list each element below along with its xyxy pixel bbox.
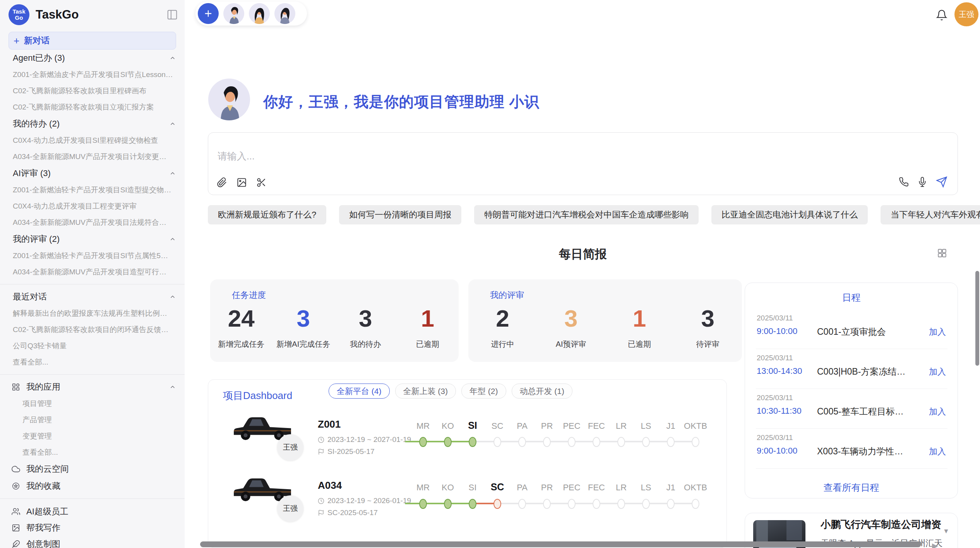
sidebar-item-help-write[interactable]: 帮我写作 xyxy=(12,520,176,536)
send-icon[interactable] xyxy=(936,176,947,188)
list-item[interactable]: Z001-全新燃油轻卡产品开发项目SI节点属性5D文件评审 xyxy=(0,248,185,264)
quill-pen-icon xyxy=(12,540,20,548)
join-link[interactable]: 加入 xyxy=(929,326,946,338)
horizontal-scrollbar[interactable] xyxy=(200,541,921,547)
milestone-dot[interactable] xyxy=(617,499,625,509)
milestone-dot-done[interactable] xyxy=(419,437,427,447)
list-item[interactable]: C0X4-动力总成开发项目工程变更评审 xyxy=(0,198,185,214)
list-item[interactable]: Z001-全新燃油轻卡产品开发项目SI造型提交物评审 xyxy=(0,182,185,198)
suggestion-chip[interactable]: 特朗普可能对进口汽车增税会对中国车企造成哪些影响 xyxy=(474,205,699,224)
section-recent-chats[interactable]: 最近对话 xyxy=(13,288,176,305)
microphone-icon[interactable] xyxy=(917,177,927,187)
join-link[interactable]: 加入 xyxy=(929,406,946,418)
vertical-scrollbar[interactable] xyxy=(975,271,979,366)
add-session-button[interactable] xyxy=(198,3,219,24)
tab-all-new-platform[interactable]: 全新平台 (4) xyxy=(329,384,390,399)
list-item[interactable]: Z001-全新燃油皮卡产品开发项目SI节点Lesson Learn报告 xyxy=(0,67,185,83)
suggestion-chip[interactable]: 当下年轻人对汽车外观有怎样的喜好趋势 xyxy=(881,205,980,224)
milestone-dot[interactable] xyxy=(692,499,699,509)
suggestion-chip[interactable]: 如何写一份清晰的项目周报 xyxy=(339,205,461,224)
chat-input[interactable]: 请输入... xyxy=(208,132,958,195)
milestone-dot-done[interactable] xyxy=(444,437,452,447)
list-item[interactable]: C0X4-动力总成开发项目SI里程碑提交物检查 xyxy=(0,132,185,149)
chevron-up-icon[interactable] xyxy=(169,120,176,127)
list-item[interactable]: A034-全新新能源MUV产品开发项目造型可行性评审 xyxy=(0,264,185,280)
scroll-right-arrow-icon[interactable]: ▶ xyxy=(932,541,938,548)
milestone-dot[interactable] xyxy=(518,437,526,447)
milestone-dot[interactable] xyxy=(667,437,675,447)
phone-icon[interactable] xyxy=(899,177,909,187)
section-ai-review[interactable]: AI评审 (3) xyxy=(13,165,176,182)
avatar[interactable] xyxy=(223,3,244,24)
milestone-dot-done[interactable] xyxy=(444,499,452,509)
view-all-schedule-link[interactable]: 查看所有日程 xyxy=(745,481,958,494)
chevron-up-icon[interactable] xyxy=(169,384,176,390)
chevron-up-icon[interactable] xyxy=(169,55,176,62)
section-title: Agent已办 (3) xyxy=(13,52,65,64)
sidebar-item-change-mgmt[interactable]: 变更管理 xyxy=(0,428,185,444)
sidebar-item-ai-super-staff[interactable]: AI超级员工 xyxy=(12,503,176,520)
view-all-chats-link[interactable]: 查看全部... xyxy=(0,354,185,370)
chevron-up-icon[interactable] xyxy=(169,293,176,300)
metric-label: 新增完成任务 xyxy=(210,339,272,349)
list-item[interactable]: 解释最新出台的欧盟报废车法规再生塑料比例被调至15%... xyxy=(0,305,185,322)
tab-powertrain-dev[interactable]: 动总开发 (1) xyxy=(512,384,573,399)
milestone-dot[interactable] xyxy=(518,499,526,509)
milestone-dot[interactable] xyxy=(642,437,650,447)
sidebar-item-cloud-space[interactable]: 我的云空间 xyxy=(12,461,176,478)
chevron-up-icon[interactable] xyxy=(169,236,176,243)
section-my-todo[interactable]: 我的待办 (2) xyxy=(13,115,176,132)
project-code[interactable]: Z001 xyxy=(318,418,341,430)
list-item[interactable]: C02-飞腾新能源轻客改款项目里程碑画布 xyxy=(0,83,185,99)
milestone-dot-done[interactable] xyxy=(419,499,427,509)
scroll-down-arrow-icon[interactable]: ▼ xyxy=(943,527,949,535)
avatar[interactable] xyxy=(274,3,295,24)
milestone-dot-current[interactable] xyxy=(469,437,476,447)
milestone-dot[interactable] xyxy=(692,437,699,447)
project-code[interactable]: A034 xyxy=(318,480,342,491)
new-chat-button[interactable]: + 新对话 xyxy=(9,32,176,50)
scissors-icon[interactable] xyxy=(256,177,267,188)
chevron-up-icon[interactable] xyxy=(169,170,176,177)
milestone-dot[interactable] xyxy=(617,437,625,447)
list-item[interactable]: C02-飞腾新能源轻客改款项目的闭环通告反馈情况 xyxy=(0,322,185,338)
tab-model-year[interactable]: 年型 (2) xyxy=(461,384,506,399)
milestone-dot[interactable] xyxy=(593,499,600,509)
join-link[interactable]: 加入 xyxy=(929,366,946,378)
tab-all-new-body[interactable]: 全新上装 (3) xyxy=(395,384,456,399)
section-agent-done[interactable]: Agent已办 (3) xyxy=(13,50,176,67)
sidebar-item-product-mgmt[interactable]: 产品管理 xyxy=(0,412,185,428)
notification-bell-icon[interactable] xyxy=(936,9,947,21)
layout-grid-icon[interactable] xyxy=(937,248,947,258)
milestone-dot[interactable] xyxy=(493,437,501,447)
milestone-label: OKTB xyxy=(683,421,708,431)
milestone-dot-overdue[interactable] xyxy=(493,499,501,509)
milestone-dot[interactable] xyxy=(642,499,650,509)
list-item[interactable]: A034-全新新能源MUV产品开发项目计划变更表编写 xyxy=(0,149,185,165)
suggestion-chip[interactable]: 比亚迪全固态电池计划具体说了什么 xyxy=(711,205,868,224)
section-my-review[interactable]: 我的评审 (2) xyxy=(13,231,176,248)
avatar[interactable] xyxy=(249,3,270,24)
sidebar-item-creative-draw[interactable]: 创意制图 xyxy=(12,536,176,548)
milestone-dot[interactable] xyxy=(543,499,551,509)
list-item[interactable]: 公司Q3轻卡销量 xyxy=(0,338,185,354)
attach-icon[interactable] xyxy=(217,177,227,188)
user-avatar[interactable]: 王强 xyxy=(954,2,978,26)
milestone-dot[interactable] xyxy=(667,499,675,509)
sidebar-item-favorites[interactable]: 我的收藏 xyxy=(12,478,176,495)
list-item[interactable]: A034-全新新能源MUV产品开发项目法规符合性评审 xyxy=(0,214,185,231)
image-upload-icon[interactable] xyxy=(236,177,247,188)
sidebar-collapse-icon[interactable] xyxy=(166,9,178,21)
divider xyxy=(756,428,947,429)
milestone-dot[interactable] xyxy=(568,499,576,509)
milestone-dot[interactable] xyxy=(543,437,551,447)
view-all-apps-link[interactable]: 查看全部... xyxy=(0,444,185,461)
list-item[interactable]: C02-飞腾新能源轻客改款项目立项汇报方案 xyxy=(0,99,185,115)
sidebar-item-project-mgmt[interactable]: 项目管理 xyxy=(0,396,185,412)
join-link[interactable]: 加入 xyxy=(929,446,946,457)
milestone-dot[interactable] xyxy=(568,437,576,447)
sidebar-item-my-apps[interactable]: 我的应用 xyxy=(12,378,176,396)
suggestion-chip[interactable]: 欧洲新规最近颁布了什么? xyxy=(208,205,326,224)
milestone-dot[interactable] xyxy=(593,437,600,447)
milestone-dot-done[interactable] xyxy=(469,499,476,509)
